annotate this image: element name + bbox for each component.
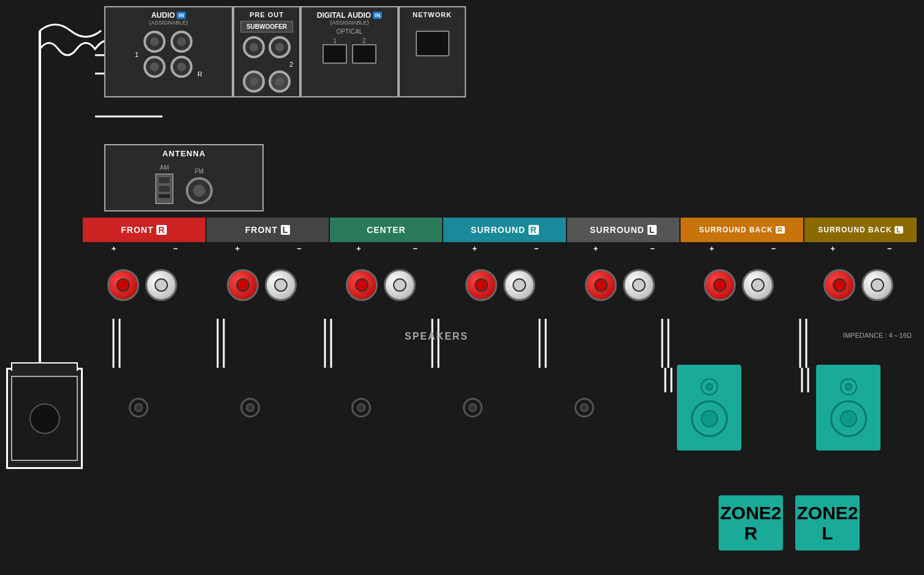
optical-label: OPTICAL [308,28,391,35]
terminal-front-r-neg [145,269,177,301]
rca-pre-1 [243,70,265,93]
terminal-center-pos [346,269,378,301]
surround-back-r-plus: + [709,244,714,253]
surround-l-badge: L [647,225,657,235]
pm-surround-l: + − [567,244,681,253]
terminal-pair-front-r [107,269,177,301]
surround-r-plus: + [472,244,477,253]
network-port [416,31,449,56]
pre-out-label2: 2 [240,61,293,68]
front-l-badge: L [281,225,291,235]
fm-antenna [186,177,213,204]
terminal-surround-back-r-pos [704,269,736,301]
zone2-r-label-box: ZONE2R [719,495,783,550]
channel-surround-back-l: SURROUND BACK L [804,218,918,242]
terminal-pair-surround-back-r [704,269,774,301]
surround-l-plus: + [594,244,598,253]
rca-pre-2 [269,70,291,93]
digital-audio-subtitle: (ASSIGNABLE) [308,20,391,26]
pm-front-r: + − [83,244,207,253]
rca-connector-1 [143,31,166,53]
digital-audio-in-badge: IN [373,12,382,19]
audio-r-label: R [197,70,202,78]
rca-subwoofer-2 [269,36,291,58]
terminal-surround-back-l-neg [861,269,893,301]
front-l-plus: + [235,244,240,253]
network-box: NETWORK [399,6,466,97]
antenna-title: ANTENNA [112,149,256,158]
pm-surround-back-r: + − [681,244,804,253]
center-minus: − [413,244,418,253]
speaker-ghost-surround-l [566,389,603,426]
terminal-pair-surround-back-l [823,269,893,301]
pm-center: + − [330,244,444,253]
am-antenna [155,173,174,204]
surround-l-minus: − [650,244,655,253]
surround-back-l-minus: − [887,244,892,253]
pre-out-title: PRE OUT [240,11,293,18]
terminal-pair-center [346,269,416,301]
speaker-ghost-center [343,389,380,426]
network-title: NETWORK [406,11,459,18]
terminal-surround-r-neg [503,269,535,301]
speaker-ghost-front-l [232,389,269,426]
terminal-surround-l-neg [623,269,655,301]
speakers-row [83,374,918,441]
audio-in-badge: IN [177,12,186,19]
surround-r-badge: R [529,225,539,235]
terminal-pair-surround-l [585,269,655,301]
terminal-surround-l-pos [585,269,617,301]
terminal-front-l-neg [265,269,297,301]
surround-r-minus: − [534,244,539,253]
terminal-surround-back-r-neg [742,269,774,301]
zone2-l-label-box: ZONE2L [795,495,860,550]
audio-in-title: AUDIO IN [112,11,226,20]
antenna-box: ANTENNA AM FM [104,144,264,211]
pm-front-l: + − [207,244,330,253]
terminal-surround-r-pos [465,269,497,301]
zone2-l-label: ZONE2L [796,503,858,543]
left-device [6,368,83,469]
pm-bar: + − + − + − + − + − + − + − [83,242,918,255]
front-l-minus: − [297,244,302,253]
pre-out-box: PRE OUT SUBWOOFER 2 [233,6,300,97]
top-panel: AUDIO IN (ASSIGNABLE) 1 R PRE OUT [104,6,466,97]
terminal-pair-front-l [227,269,297,301]
channel-front-l: FRONT L [207,218,330,242]
fm-label: FM [195,168,204,175]
channel-center: CENTER [330,218,443,242]
pm-surround-back-l: + − [804,244,918,253]
audio-in-box: AUDIO IN (ASSIGNABLE) 1 R [104,6,233,97]
terminal-front-r-pos [107,269,139,301]
optical-port-1 [323,44,347,64]
audio-in-subtitle: (ASSIGNABLE) [112,20,226,26]
digital-audio-box: DIGITAL AUDIO IN (ASSIGNABLE) OPTICAL 1 … [300,6,399,97]
surround-back-l-plus: + [831,244,836,253]
diagram-container: AUDIO IN (ASSIGNABLE) 1 R PRE OUT [0,0,924,575]
digital-audio-title: DIGITAL AUDIO IN [308,11,391,20]
front-r-plus: + [112,244,116,253]
optical-port-2 [352,44,376,64]
rca-connector-2 [143,56,166,78]
impedance-label: IMPEDANCE : 4～16Ω [843,331,912,340]
front-r-minus: − [174,244,178,253]
opt1-label: 1 [323,37,347,44]
speaker-channels-bar: FRONT R FRONT L CENTER SURROUND R SURROU… [83,218,918,242]
center-plus: + [356,244,361,253]
subwoofer-label: SUBWOOFER [240,21,293,32]
channel-front-r: FRONT R [83,218,207,242]
rca-subwoofer-1 [243,36,265,58]
zone2-r-speaker [677,365,741,451]
speaker-ghost-front-r [120,389,157,426]
audio-in-label1: 1 [135,51,139,58]
channel-surround-l: SURROUND L [567,218,681,242]
channel-surround-back-r: SURROUND BACK R [681,218,804,242]
speakers-label: SPEAKERS [405,331,468,342]
pm-surround-r: + − [444,244,568,253]
terminal-front-l-pos [227,269,259,301]
surround-back-r-minus: − [771,244,776,253]
am-label: AM [160,164,169,171]
surround-back-l-badge: L [895,226,903,234]
opt2-label: 2 [352,37,376,44]
zone2-r-label: ZONE2R [720,503,781,543]
